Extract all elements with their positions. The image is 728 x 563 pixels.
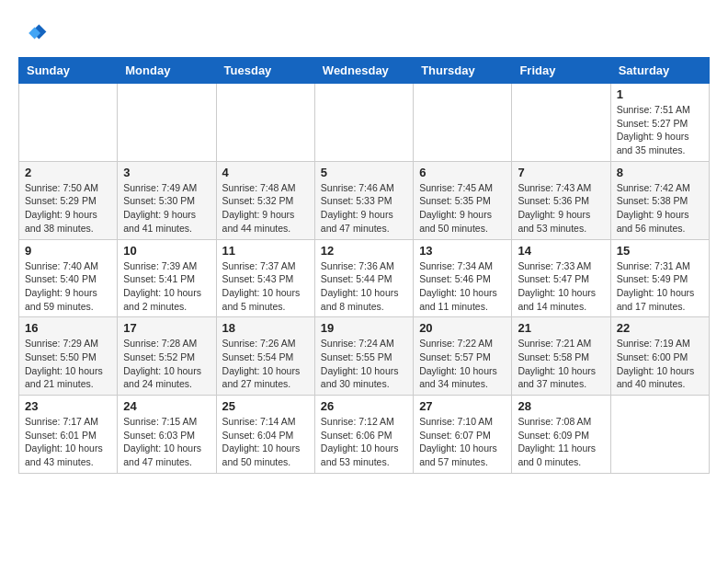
day-info: Sunrise: 7:37 AM Sunset: 5:43 PM Dayligh… [222,259,309,314]
day-info: Sunrise: 7:31 AM Sunset: 5:49 PM Dayligh… [617,259,703,314]
calendar-day-cell: 16Sunrise: 7:29 AM Sunset: 5:50 PM Dayli… [19,317,118,396]
day-number: 16 [25,321,111,335]
calendar-day-cell: 22Sunrise: 7:19 AM Sunset: 6:00 PM Dayli… [610,317,709,396]
day-info: Sunrise: 7:10 AM Sunset: 6:07 PM Dayligh… [419,415,506,469]
day-number: 9 [25,244,111,258]
day-info: Sunrise: 7:26 AM Sunset: 5:54 PM Dayligh… [222,337,309,391]
day-info: Sunrise: 7:08 AM Sunset: 6:09 PM Dayligh… [518,415,604,469]
calendar-day-cell: 18Sunrise: 7:26 AM Sunset: 5:54 PM Dayli… [216,317,314,396]
day-number: 15 [617,244,703,258]
page-header [18,18,710,48]
calendar-day-cell: 9Sunrise: 7:40 AM Sunset: 5:40 PM Daylig… [19,239,118,317]
day-info: Sunrise: 7:15 AM Sunset: 6:03 PM Dayligh… [123,415,210,469]
day-info: Sunrise: 7:43 AM Sunset: 5:36 PM Dayligh… [518,181,604,236]
day-number: 1 [617,87,703,101]
day-info: Sunrise: 7:34 AM Sunset: 5:46 PM Dayligh… [419,259,506,314]
day-info: Sunrise: 7:50 AM Sunset: 5:29 PM Dayligh… [25,181,111,236]
day-number: 25 [222,399,309,413]
calendar-day-cell: 17Sunrise: 7:28 AM Sunset: 5:52 PM Dayli… [118,317,216,396]
day-number: 17 [123,321,210,335]
day-info: Sunrise: 7:46 AM Sunset: 5:33 PM Dayligh… [321,181,407,236]
day-of-week-header: Tuesday [216,58,314,84]
day-info: Sunrise: 7:12 AM Sunset: 6:06 PM Dayligh… [321,415,407,469]
calendar-day-cell: 14Sunrise: 7:33 AM Sunset: 5:47 PM Dayli… [512,239,610,317]
day-info: Sunrise: 7:28 AM Sunset: 5:52 PM Dayligh… [123,337,210,391]
calendar-day-cell: 28Sunrise: 7:08 AM Sunset: 6:09 PM Dayli… [512,396,610,474]
day-of-week-header: Sunday [19,58,118,84]
calendar-day-cell: 19Sunrise: 7:24 AM Sunset: 5:55 PM Dayli… [314,317,413,396]
calendar-day-cell: 13Sunrise: 7:34 AM Sunset: 5:46 PM Dayli… [414,239,512,317]
day-info: Sunrise: 7:22 AM Sunset: 5:57 PM Dayligh… [419,337,506,391]
calendar-day-cell: 11Sunrise: 7:37 AM Sunset: 5:43 PM Dayli… [216,239,314,317]
day-number: 26 [321,399,407,413]
calendar-day-cell [19,84,118,162]
day-number: 12 [321,244,407,258]
day-info: Sunrise: 7:33 AM Sunset: 5:47 PM Dayligh… [518,259,604,314]
day-number: 14 [518,244,604,258]
calendar-day-cell [118,84,216,162]
calendar-week-row: 2Sunrise: 7:50 AM Sunset: 5:29 PM Daylig… [19,161,710,239]
calendar-day-cell: 26Sunrise: 7:12 AM Sunset: 6:06 PM Dayli… [314,396,413,474]
day-number: 7 [518,166,604,179]
day-number: 13 [419,244,506,258]
day-number: 24 [123,399,210,413]
day-info: Sunrise: 7:42 AM Sunset: 5:38 PM Dayligh… [617,181,703,236]
day-info: Sunrise: 7:39 AM Sunset: 5:41 PM Dayligh… [123,259,210,314]
day-info: Sunrise: 7:48 AM Sunset: 5:32 PM Dayligh… [222,181,309,236]
day-of-week-header: Monday [118,58,216,84]
calendar-day-cell: 24Sunrise: 7:15 AM Sunset: 6:03 PM Dayli… [118,396,216,474]
day-info: Sunrise: 7:45 AM Sunset: 5:35 PM Dayligh… [419,181,506,236]
calendar-day-cell: 23Sunrise: 7:17 AM Sunset: 6:01 PM Dayli… [19,396,118,474]
day-number: 11 [222,244,309,258]
day-number: 4 [222,166,309,179]
day-number: 28 [518,399,604,413]
logo-icon [18,18,48,48]
day-number: 20 [419,321,506,335]
calendar-day-cell: 27Sunrise: 7:10 AM Sunset: 6:07 PM Dayli… [414,396,512,474]
day-number: 21 [518,321,604,335]
day-number: 19 [321,321,407,335]
day-number: 27 [419,399,506,413]
calendar-day-cell: 12Sunrise: 7:36 AM Sunset: 5:44 PM Dayli… [314,239,413,317]
calendar-day-cell [610,396,709,474]
calendar-day-cell: 7Sunrise: 7:43 AM Sunset: 5:36 PM Daylig… [512,161,610,239]
day-of-week-header: Saturday [610,58,709,84]
day-number: 8 [617,166,703,179]
day-info: Sunrise: 7:49 AM Sunset: 5:30 PM Dayligh… [123,181,210,236]
day-number: 6 [419,166,506,179]
calendar-day-cell: 2Sunrise: 7:50 AM Sunset: 5:29 PM Daylig… [19,161,118,239]
day-info: Sunrise: 7:19 AM Sunset: 6:00 PM Dayligh… [617,337,703,391]
calendar-day-cell: 20Sunrise: 7:22 AM Sunset: 5:57 PM Dayli… [414,317,512,396]
day-info: Sunrise: 7:21 AM Sunset: 5:58 PM Dayligh… [518,337,604,391]
calendar-day-cell: 6Sunrise: 7:45 AM Sunset: 5:35 PM Daylig… [414,161,512,239]
day-info: Sunrise: 7:14 AM Sunset: 6:04 PM Dayligh… [222,415,309,469]
calendar-week-row: 23Sunrise: 7:17 AM Sunset: 6:01 PM Dayli… [19,396,710,474]
day-number: 22 [617,321,703,335]
day-info: Sunrise: 7:40 AM Sunset: 5:40 PM Dayligh… [25,259,111,314]
calendar-table: SundayMondayTuesdayWednesdayThursdayFrid… [18,57,710,474]
calendar-day-cell [216,84,314,162]
calendar-week-row: 16Sunrise: 7:29 AM Sunset: 5:50 PM Dayli… [19,317,710,396]
day-number: 18 [222,321,309,335]
day-info: Sunrise: 7:36 AM Sunset: 5:44 PM Dayligh… [321,259,407,314]
day-number: 2 [25,166,111,179]
day-number: 23 [25,399,111,413]
calendar-week-row: 9Sunrise: 7:40 AM Sunset: 5:40 PM Daylig… [19,239,710,317]
day-info: Sunrise: 7:51 AM Sunset: 5:27 PM Dayligh… [617,103,703,157]
day-number: 10 [123,244,210,258]
calendar-day-cell: 3Sunrise: 7:49 AM Sunset: 5:30 PM Daylig… [118,161,216,239]
calendar-day-cell [314,84,413,162]
day-of-week-header: Friday [512,58,610,84]
calendar-day-cell: 4Sunrise: 7:48 AM Sunset: 5:32 PM Daylig… [216,161,314,239]
calendar-day-cell: 25Sunrise: 7:14 AM Sunset: 6:04 PM Dayli… [216,396,314,474]
calendar-day-cell [512,84,610,162]
calendar-day-cell: 21Sunrise: 7:21 AM Sunset: 5:58 PM Dayli… [512,317,610,396]
calendar-day-cell: 1Sunrise: 7:51 AM Sunset: 5:27 PM Daylig… [610,84,709,162]
day-number: 3 [123,166,210,179]
day-of-week-header: Thursday [414,58,512,84]
calendar-day-cell: 10Sunrise: 7:39 AM Sunset: 5:41 PM Dayli… [118,239,216,317]
calendar-day-cell: 8Sunrise: 7:42 AM Sunset: 5:38 PM Daylig… [610,161,709,239]
calendar-day-cell [414,84,512,162]
day-info: Sunrise: 7:17 AM Sunset: 6:01 PM Dayligh… [25,415,111,469]
day-info: Sunrise: 7:24 AM Sunset: 5:55 PM Dayligh… [321,337,407,391]
